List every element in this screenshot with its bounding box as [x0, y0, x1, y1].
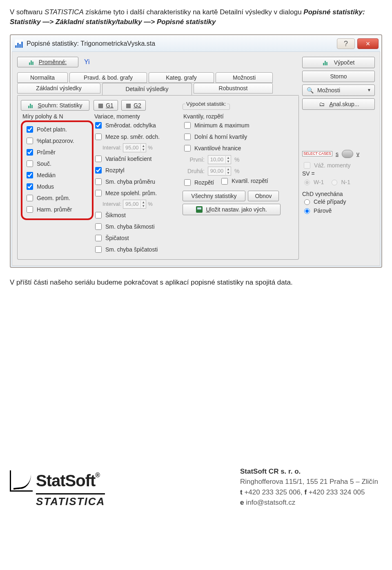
select-cases-icon[interactable]: SELECT CASES	[302, 151, 332, 156]
tab-pravd-grafy[interactable]: Pravd. & bod. grafy	[69, 72, 147, 83]
window-title: Popisné statistiky: TrigonometrickaVyska…	[27, 40, 337, 47]
interval1-group: Interval: ▲▼ %	[102, 142, 180, 153]
variables-icon	[29, 59, 36, 65]
floppy-icon	[196, 206, 203, 213]
save-defaults-button[interactable]: Uložit nastav. jako vých. Uložit nastav.…	[183, 204, 281, 215]
dialog-window: Popisné statistiky: TrigonometrickaVyska…	[10, 34, 382, 268]
histogram-icon: ▦	[126, 102, 131, 109]
summary-icon	[323, 60, 331, 65]
chk-rozptyl[interactable]: Rozptyl	[94, 165, 180, 176]
chk-meze-spolehl[interactable]: Meze spolehl. prům.	[94, 187, 180, 199]
chk-sm-chyba-sik[interactable]: Sm. chyba šikmosti	[94, 221, 180, 232]
highlight-box: Počet platn. %plat.pozorov. Průměr Souč.…	[21, 120, 94, 220]
radio-cele[interactable]: Celé případy	[302, 197, 375, 206]
obnov-button[interactable]: Obnov	[248, 191, 279, 201]
summary-stats-button[interactable]: SSouhrn: Statistikyouhrn: Statistiky	[21, 100, 89, 111]
tab-zakladni-vysledky[interactable]: Základní výsledky	[17, 83, 100, 94]
chk-modus[interactable]: Modus	[25, 181, 89, 192]
app-icon	[15, 40, 23, 48]
weight-icon[interactable]	[342, 150, 353, 158]
interval2-group: Interval: ▲▼ %	[102, 199, 180, 209]
close-button[interactable]: ×	[357, 38, 379, 49]
col1-header: Míry polohy & N	[22, 113, 94, 120]
logo-chart-icon	[10, 470, 33, 492]
storno-button[interactable]: Storno	[302, 71, 375, 82]
tab-normalita[interactable]: Normalita	[17, 72, 68, 83]
sv-label: SV =	[302, 170, 375, 177]
tab-detailni-vysledky[interactable]: Detailní výsledky	[102, 83, 192, 95]
tab-robustnost[interactable]: Robustnost	[194, 83, 273, 94]
histogram-icon: ▦	[98, 102, 103, 109]
col3-header: Kvantily, rozpětí	[183, 113, 295, 120]
selected-variable: Yi	[84, 58, 90, 66]
chk-vaz-momenty[interactable]: Váž. momenty	[302, 160, 375, 170]
g1-button[interactable]: ▦ G1	[94, 100, 118, 111]
prvni-label: První:	[183, 156, 205, 163]
g2-button[interactable]: ▦ G2	[121, 100, 146, 111]
tab-pane: SSouhrn: Statistikyouhrn: Statistiky Mír…	[17, 96, 299, 260]
page-footer: StatSoft® STATISTICA StatSoft CR s. r. o…	[10, 466, 382, 508]
contact-block: StatSoft CR s. r. o. Ringhofferova 115/1…	[240, 466, 378, 508]
moznosti-button[interactable]: 🔍 Možnosti ▼	[302, 85, 375, 96]
chk-var-koef[interactable]: Variační koeficient	[94, 153, 180, 165]
chd-label: ChD vynechána	[302, 191, 375, 197]
radio-w1[interactable]: W-1	[302, 178, 324, 187]
summary-icon	[28, 102, 36, 108]
chk-sm-chyba-prum[interactable]: Sm. chyba průměru	[94, 176, 180, 187]
chk-geom-prum[interactable]: Geom. prům.	[25, 192, 89, 204]
v-link[interactable]: v	[356, 151, 359, 157]
anal-skup-button[interactable]: 🗂 Anal.skup... Anal.skup...	[302, 98, 375, 110]
druha-spinner[interactable]: ▲▼	[208, 167, 231, 176]
tab-moznosti[interactable]: Možnosti	[216, 72, 273, 83]
chk-souc[interactable]: Souč.	[25, 158, 89, 169]
statsoft-logo: StatSoft® STATISTICA	[10, 470, 105, 508]
lens-icon: 🔍	[306, 87, 314, 94]
help-button[interactable]: ?	[337, 38, 355, 49]
chk-median[interactable]: Medián	[25, 169, 89, 181]
intro-paragraph: V softwaru STATISTICA získáme tyto i dal…	[10, 7, 382, 27]
radio-parove[interactable]: Párově	[302, 206, 375, 215]
chk-harm-prumer[interactable]: Harm. průměr	[25, 204, 89, 215]
variables-button[interactable]: Proměnné:	[17, 57, 78, 67]
radio-n1[interactable]: N-1	[330, 178, 350, 187]
chk-spicatost[interactable]: Špičatost	[94, 232, 180, 244]
chk-min-max[interactable]: Minimum & maximum	[183, 120, 295, 131]
outro-paragraph: V příští části našeho seriálu budeme pok…	[10, 278, 382, 287]
s-link[interactable]: s	[336, 151, 339, 157]
group-icon: 🗂	[318, 101, 326, 107]
vypocet-statistik-group: Výpočet statistik:	[183, 101, 230, 110]
druha-label: Druhá:	[183, 168, 205, 174]
all-stats-button[interactable]: Všechny statistiky	[183, 191, 245, 201]
vypocet-button[interactable]: Výpočet	[302, 57, 375, 68]
col2-header: Variace, momenty	[94, 113, 180, 120]
chk-sikmost[interactable]: Šikmost	[94, 209, 180, 221]
chk-kvartil-rozpeti[interactable]: Kvartil. rozpětí	[220, 177, 268, 188]
tabstrip: Normalita Pravd. & bod. grafy Kateg. gra…	[17, 72, 299, 96]
chk-meze-sp-smer[interactable]: Meze sp. směr. odch.	[94, 131, 180, 142]
tab-kateg-grafy[interactable]: Kateg. grafy	[149, 72, 214, 83]
titlebar[interactable]: Popisné statistiky: TrigonometrickaVyska…	[12, 36, 380, 52]
chk-kvantilove[interactable]: Kvantilové hranice	[183, 142, 295, 154]
logo-subtext: STATISTICA	[36, 493, 105, 508]
chk-rozpeti[interactable]: Rozpětí	[183, 177, 214, 188]
chk-prumer[interactable]: Průměr	[25, 147, 89, 158]
chk-smerodat-odch[interactable]: Směrodat. odchylka	[94, 120, 180, 131]
interval1-spinner[interactable]: ▲▼	[123, 143, 146, 152]
prvni-spinner[interactable]: ▲▼	[208, 155, 231, 164]
chk-plat-pozorov[interactable]: %plat.pozorov.	[25, 135, 89, 147]
chk-kvartily[interactable]: Dolní & horní kvartily	[183, 131, 295, 142]
chk-sm-chyba-spic[interactable]: Sm. chyba špičatosti	[94, 244, 180, 255]
interval2-spinner[interactable]: ▲▼	[123, 200, 146, 209]
chk-pocet-platn[interactable]: Počet platn.	[25, 124, 89, 135]
